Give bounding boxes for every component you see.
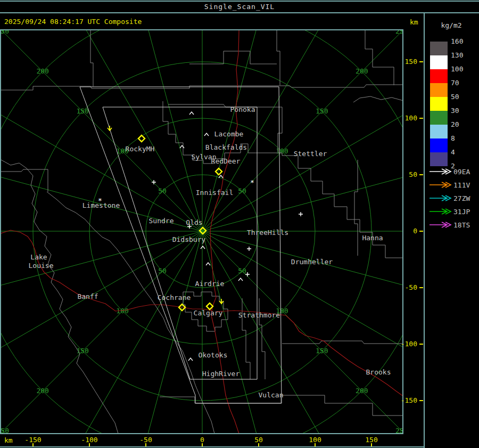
station-arrow-icon	[429, 195, 452, 201]
city-label: Vulcan	[259, 391, 284, 399]
city-label: Louise	[29, 262, 54, 270]
legend-swatch	[430, 97, 448, 111]
ring-distance-label: 200	[36, 67, 48, 75]
city-label: HighRiver	[202, 370, 240, 378]
right-axis-tick-label: -150	[401, 396, 417, 404]
city-label: Stettler	[294, 150, 327, 158]
county-boundary	[242, 298, 250, 379]
legend-unit-label: kg/m2	[430, 21, 473, 29]
ring-distance-label: 50	[158, 187, 167, 195]
legend-swatch	[430, 125, 448, 139]
city-label: Brooks	[366, 368, 391, 376]
legend-value-column: 16013010070503020842	[451, 38, 472, 176]
station-arrow-icon	[429, 222, 452, 228]
city-label: Olds	[186, 218, 202, 226]
right-axis-tick-label: 100	[405, 114, 417, 122]
down-arrow-marker	[108, 126, 112, 131]
ring-distance-label: 150	[76, 107, 88, 115]
azimuth-radial-line	[0, 0, 435, 448]
station-arrow-icon	[429, 208, 452, 215]
caret-marker	[219, 175, 223, 178]
county-boundary	[282, 341, 403, 344]
bottom-axis-tick-label: 0	[200, 436, 204, 444]
radar-app-window: { "window": { "title": "Single_Scan_VIL"…	[0, 0, 479, 448]
bottom-axis-tick-label: -50	[139, 436, 152, 444]
city-label: Lake	[30, 253, 47, 261]
city-label: Airdrie	[195, 280, 225, 288]
ring-distance-label: 50	[158, 267, 167, 275]
county-boundary	[354, 160, 358, 256]
caret-marker	[180, 145, 184, 148]
city-label: Lacombe	[214, 130, 244, 138]
caret-marker	[238, 278, 243, 281]
legend-swatch	[430, 55, 448, 69]
radar-sector-outline	[80, 87, 282, 403]
legend-swatch	[430, 83, 448, 97]
county-boundary	[90, 30, 93, 86]
ring-distance-label: 200	[36, 387, 48, 395]
legend-value-label: 20	[451, 121, 472, 135]
legend-value-label: 50	[451, 93, 472, 107]
county-boundary	[277, 30, 280, 85]
city-label: Strathmore	[238, 311, 280, 319]
bottom-axis-tick-label: 150	[365, 436, 377, 444]
city-label: Drumheller	[291, 258, 333, 266]
city-label: ThreeHills	[247, 229, 288, 237]
legend-value-label: 100	[451, 66, 472, 79]
county-boundary	[365, 30, 394, 85]
right-axis-tick-label: 150	[405, 58, 417, 66]
legend-value-label: 30	[451, 107, 472, 121]
caret-marker	[188, 358, 193, 361]
right-axis-tick-label: 0	[413, 227, 417, 235]
city-label: RedDeer	[211, 157, 241, 165]
city-label: Okotoks	[199, 351, 228, 359]
ring-distance-label: 200	[356, 387, 368, 395]
plus-marker	[299, 212, 303, 216]
legend-value-label: 4	[451, 149, 472, 162]
right-axis-tick-label: 50	[409, 170, 417, 178]
ring-distance-label: 250	[395, 27, 408, 35]
legend-swatch	[430, 42, 448, 55]
star-marker: *	[250, 178, 254, 186]
city-label: Hanna	[362, 234, 383, 242]
city-label: Cochrane	[158, 294, 191, 302]
bottom-axis-tick-label: 50	[254, 436, 263, 444]
plus-marker	[152, 180, 156, 184]
highway-line	[216, 311, 403, 396]
down-arrow-marker	[219, 299, 224, 304]
legend-swatch	[430, 152, 448, 166]
city-label: RockyMH	[126, 145, 155, 153]
station-arrow-icon	[429, 182, 452, 188]
county-boundary	[353, 96, 403, 102]
station-id-label: 31JP	[453, 208, 470, 216]
station-arrow-icon	[429, 168, 452, 175]
city-label: Calgary	[194, 309, 223, 317]
legend-swatch	[430, 69, 448, 83]
legend-value-label: 160	[451, 38, 472, 52]
ring-distance-label: 200	[356, 67, 368, 75]
ring-distance-label: 50	[238, 187, 246, 195]
caret-marker	[206, 263, 210, 265]
radar-map-canvas[interactable]: 5050505010010010010015015015015020020020…	[0, 0, 479, 448]
city-label: Innisfail	[196, 189, 233, 197]
bottom-axis-tick-label: 100	[309, 436, 321, 444]
map-layers: 5050505010010010010015015015015020020020…	[0, 0, 479, 448]
legend-swatch	[430, 139, 448, 152]
city-label: Ponoka	[230, 105, 255, 113]
city-label: Blackfalds	[205, 143, 247, 151]
caret-marker	[201, 246, 205, 249]
station-id-label: 09EA	[453, 168, 470, 176]
city-label: Limestone	[82, 201, 120, 209]
ring-distance-label: 50	[238, 267, 246, 275]
city-label: Sundre	[149, 217, 174, 225]
caret-marker	[189, 112, 194, 115]
legend-value-label: 70	[451, 79, 472, 93]
ring-distance-label: 150	[316, 107, 328, 115]
plus-marker	[247, 247, 251, 251]
legend-swatch	[430, 111, 448, 125]
legend-value-label: 130	[451, 52, 472, 66]
ring-distance-label: 150	[316, 347, 328, 355]
azimuth-radial-line	[0, 0, 435, 448]
ring-distance-label: 250	[0, 27, 9, 35]
county-boundary	[248, 153, 403, 258]
